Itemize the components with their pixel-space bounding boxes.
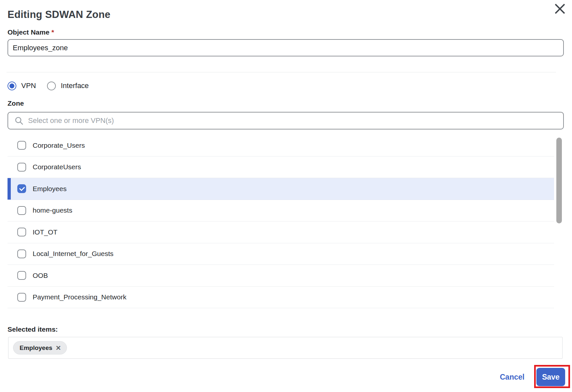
checkbox[interactable]: [17, 163, 26, 172]
list-item[interactable]: IOT_OT: [8, 221, 554, 243]
list-item-label: Payment_Processing_Network: [33, 293, 126, 301]
list-item[interactable]: Employees: [8, 178, 554, 200]
cancel-button[interactable]: Cancel: [500, 373, 524, 382]
scrollbar-thumb[interactable]: [556, 138, 562, 223]
list-item-label: CorporateUsers: [33, 163, 81, 171]
dialog-title: Editing SDWAN Zone: [8, 9, 110, 21]
save-button[interactable]: Save: [536, 368, 565, 386]
chip-remove-icon[interactable]: ✕: [56, 345, 61, 351]
list-item-label: Corporate_Users: [33, 142, 85, 149]
object-name-input[interactable]: [8, 39, 564, 56]
zone-type-radio-group: VPN Interface: [8, 81, 89, 91]
section-divider: [7, 72, 556, 72]
list-item-label: IOT_OT: [33, 228, 57, 236]
checkbox[interactable]: [17, 271, 26, 280]
radio-icon-interface[interactable]: [47, 82, 56, 90]
checkbox[interactable]: [17, 249, 26, 258]
radio-option-interface[interactable]: Interface: [47, 82, 89, 90]
vpn-list: Corporate_Users CorporateUsers Employees…: [8, 135, 554, 308]
chip-label: Employees: [20, 344, 52, 352]
list-item[interactable]: Corporate_Users: [8, 135, 554, 157]
radio-label-interface: Interface: [61, 82, 89, 90]
selected-item-chip: Employees ✕: [13, 341, 67, 354]
checkbox[interactable]: [17, 228, 26, 236]
radio-icon-vpn[interactable]: [8, 82, 16, 90]
list-item-label: home-guests: [33, 206, 72, 214]
zone-search: [8, 112, 564, 129]
close-button[interactable]: [554, 3, 566, 15]
checkbox[interactable]: [17, 206, 26, 215]
selected-items-label: Selected items:: [8, 325, 58, 333]
checkbox[interactable]: [17, 141, 26, 150]
object-name-label: Object Name*: [8, 28, 54, 36]
list-item-label: OOB: [33, 272, 48, 279]
radio-label-vpn: VPN: [21, 82, 36, 90]
list-item[interactable]: OOB: [8, 265, 554, 287]
list-item-label: Local_Internet_for_Guests: [33, 250, 114, 258]
zone-label: Zone: [8, 99, 24, 107]
checkbox[interactable]: [17, 184, 26, 193]
close-icon: [554, 3, 566, 15]
list-item-label: Employees: [33, 185, 67, 193]
list-item[interactable]: home-guests: [8, 200, 554, 222]
list-item[interactable]: Payment_Processing_Network: [8, 287, 554, 309]
checkbox[interactable]: [17, 293, 26, 302]
zone-search-input[interactable]: [8, 112, 564, 129]
list-item[interactable]: Local_Internet_for_Guests: [8, 243, 554, 265]
edit-sdwan-zone-dialog: Editing SDWAN Zone Object Name* VPN Inte…: [0, 0, 572, 392]
required-asterisk: *: [51, 28, 54, 36]
list-item[interactable]: CorporateUsers: [8, 157, 554, 178]
selected-items-box: Employees ✕: [8, 337, 563, 359]
radio-option-vpn[interactable]: VPN: [8, 82, 36, 90]
annotation-highlight-rect: Save: [534, 365, 570, 388]
